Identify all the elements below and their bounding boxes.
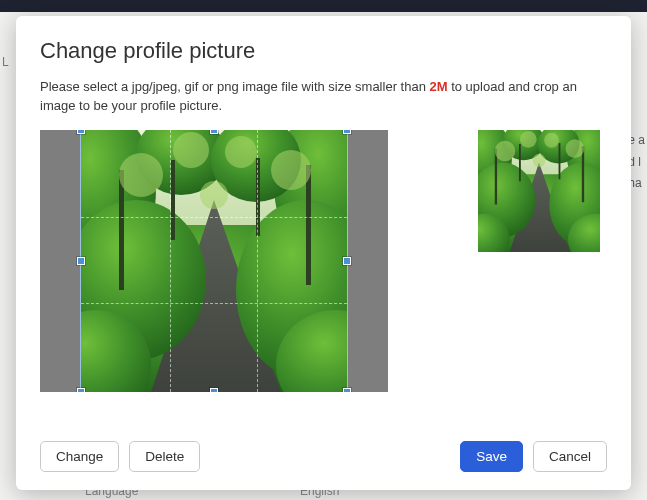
preview-image	[478, 130, 600, 252]
crop-and-preview-row	[40, 130, 607, 392]
svg-point-35	[495, 140, 515, 160]
crop-handle-e[interactable]	[343, 257, 351, 265]
svg-rect-34	[559, 143, 561, 179]
change-button[interactable]: Change	[40, 441, 119, 472]
change-profile-picture-modal: Change profile picture Please select a j…	[16, 16, 631, 490]
svg-point-38	[566, 139, 585, 158]
svg-point-36	[520, 131, 537, 148]
crop-handle-ne[interactable]	[343, 130, 351, 134]
crop-handle-s[interactable]	[210, 388, 218, 392]
crop-handle-n[interactable]	[210, 130, 218, 134]
app-topbar	[0, 0, 647, 12]
crop-handle-se[interactable]	[343, 388, 351, 392]
modal-footer: Change Delete Save Cancel	[40, 427, 607, 472]
modal-help-text: Please select a jpg/jpeg, gif or png ima…	[40, 78, 607, 116]
svg-point-39	[532, 153, 545, 166]
image-crop-area[interactable]	[40, 130, 388, 392]
crop-handle-nw[interactable]	[77, 130, 85, 134]
svg-rect-32	[582, 146, 584, 202]
crop-selection-rect[interactable]	[81, 130, 347, 392]
modal-title: Change profile picture	[40, 38, 607, 64]
help-text-size-limit: 2M	[429, 79, 447, 94]
bg-fragment-right: e a d l ha	[628, 130, 647, 195]
svg-point-37	[544, 132, 559, 147]
svg-rect-33	[519, 144, 521, 181]
help-text-pre: Please select a jpg/jpeg, gif or png ima…	[40, 79, 429, 94]
cancel-button[interactable]: Cancel	[533, 441, 607, 472]
bg-fragment-left: L	[2, 55, 9, 69]
save-button[interactable]: Save	[460, 441, 523, 472]
svg-rect-31	[495, 148, 497, 204]
crop-handle-w[interactable]	[77, 257, 85, 265]
profile-preview	[478, 130, 600, 252]
crop-handle-sw[interactable]	[77, 388, 85, 392]
delete-button[interactable]: Delete	[129, 441, 200, 472]
